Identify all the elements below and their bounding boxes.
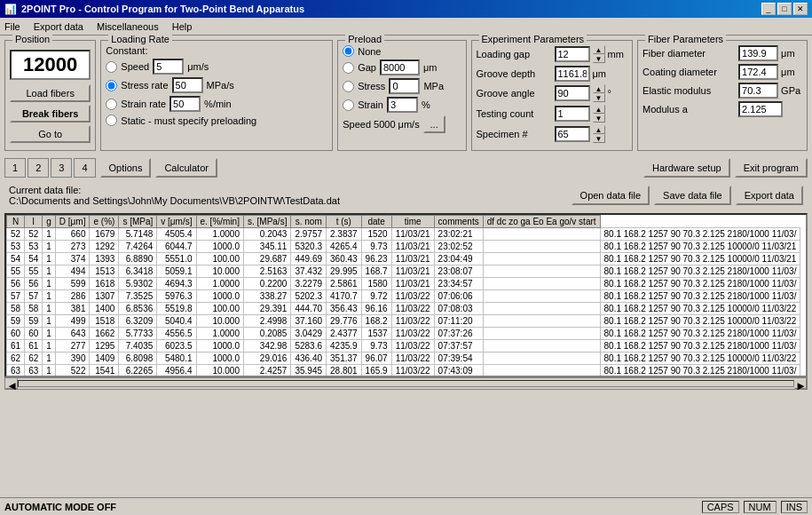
table-cell: 53 — [25, 241, 43, 253]
strain-rate-row: Strain rate %/min — [106, 96, 327, 112]
specimen-num-input[interactable] — [555, 126, 590, 142]
table-row[interactable]: 5555149415136.34185059.110.0002.516337.4… — [7, 265, 800, 278]
tab-1[interactable]: 1 — [4, 158, 26, 178]
scroll-left-btn[interactable]: ◄ — [5, 378, 18, 389]
elastic-modulus-input[interactable] — [738, 83, 778, 99]
table-cell: 444.70 — [291, 303, 327, 315]
minimize-button[interactable]: _ — [761, 3, 776, 15]
preload-stress-radio[interactable] — [343, 81, 354, 92]
testing-count-down[interactable]: ▼ — [593, 114, 605, 123]
break-fibers-button[interactable]: Break fibers — [10, 105, 91, 123]
table-row[interactable]: 6161127712957.40356023.51000.0342.985283… — [7, 340, 800, 353]
none-radio[interactable] — [343, 45, 354, 57]
table-row[interactable]: 5757128613077.35255976.31000.0338.275202… — [7, 290, 800, 303]
preload-strain-input[interactable] — [387, 97, 418, 113]
tab-3[interactable]: 3 — [51, 158, 72, 178]
table-cell: 2.5861 — [327, 278, 362, 290]
preload-stress-input[interactable] — [389, 78, 420, 94]
go-to-button[interactable]: Go to — [10, 125, 91, 143]
table-cell: 4694.3 — [157, 278, 196, 290]
table-cell: 2.5163 — [243, 265, 290, 278]
gap-radio[interactable] — [343, 62, 354, 74]
table-cell: 55 — [7, 265, 25, 278]
speed-radio[interactable] — [106, 61, 117, 73]
speed-row: Speed μm/s — [106, 59, 327, 75]
loading-gap-up[interactable]: ▲ — [593, 45, 605, 54]
groove-angle-unit: ° — [608, 88, 611, 99]
load-fibers-button[interactable]: Load fibers — [10, 84, 91, 102]
maximize-button[interactable]: □ — [777, 3, 792, 15]
coating-diameter-unit: μm — [781, 67, 795, 77]
table-cell: 29.995 — [327, 265, 362, 278]
preload-strain-label: Strain — [358, 99, 383, 110]
groove-angle-input[interactable] — [555, 85, 590, 101]
tab-4[interactable]: 4 — [74, 158, 95, 178]
close-button[interactable]: ✕ — [793, 3, 808, 15]
strain-rate-input[interactable] — [169, 96, 201, 112]
menu-miscellaneous[interactable]: Miscellaneous — [97, 21, 159, 32]
menu-help[interactable]: Help — [172, 21, 193, 32]
export-data-button[interactable]: Export data — [736, 186, 803, 205]
table-cell: 11/03/22 — [391, 365, 434, 376]
table-cell: 11/03/21 — [391, 278, 434, 290]
modulus-a-input[interactable] — [738, 101, 783, 117]
table-row[interactable]: 6060164316625.77334556.51.00000.20853.04… — [7, 328, 800, 340]
table-cell — [483, 290, 600, 303]
open-data-file-button[interactable]: Open data file — [572, 186, 650, 205]
options-button[interactable]: Options — [100, 158, 152, 178]
stress-rate-input[interactable] — [172, 77, 203, 93]
gap-input[interactable] — [380, 59, 420, 75]
table-header: s. [MPa/s] — [243, 216, 290, 228]
table-row[interactable]: 5454137413936.88905551.0100.0029.687449.… — [7, 253, 800, 265]
groove-depth-input[interactable] — [555, 66, 590, 82]
table-row[interactable]: 6363152215416.22654956.410.0002.425735.9… — [7, 365, 800, 376]
menu-export-data[interactable]: Export data — [34, 21, 83, 32]
table-cell: 1 — [43, 290, 56, 303]
gap-label: Gap — [358, 62, 376, 73]
table-cell: 1520 — [361, 228, 391, 241]
fiber-diameter-input[interactable] — [738, 45, 778, 61]
horizontal-scrollbar[interactable]: ◄ ► — [4, 377, 808, 390]
specimen-num-down[interactable]: ▼ — [593, 134, 605, 143]
testing-count-input[interactable] — [555, 106, 590, 122]
specimen-num-up[interactable]: ▲ — [593, 125, 605, 134]
table-cell: 2.4377 — [327, 328, 362, 340]
table-cell: 6044.7 — [157, 241, 196, 253]
preload-speed-btn[interactable]: ... — [423, 115, 445, 133]
table-cell: 07:37:57 — [434, 340, 483, 353]
loading-gap-down[interactable]: ▼ — [593, 54, 605, 63]
table-row[interactable]: 5656159916185.93024694.31.00000.22003.22… — [7, 278, 800, 290]
loading-gap-input[interactable] — [555, 46, 590, 62]
table-cell: 54 — [25, 253, 43, 265]
table-cell: 6.8536 — [119, 303, 157, 315]
table-cell: 57 — [25, 290, 43, 303]
strain-rate-unit: %/min — [204, 99, 232, 109]
stress-rate-radio[interactable] — [106, 80, 117, 91]
calculator-button[interactable]: Calculator — [155, 158, 217, 178]
hardware-setup-button[interactable]: Hardware setup — [643, 158, 730, 178]
strain-rate-label: Strain rate — [121, 99, 166, 109]
groove-angle-label: Groove angle — [477, 88, 552, 99]
strain-rate-radio[interactable] — [106, 99, 117, 110]
table-row[interactable]: 6262139014096.80985480.11000.029.016436.… — [7, 353, 800, 365]
groove-angle-down[interactable]: ▼ — [593, 93, 605, 102]
coating-diameter-input[interactable] — [738, 64, 778, 80]
scroll-right-btn[interactable]: ► — [794, 378, 807, 389]
exit-program-button[interactable]: Exit program — [735, 158, 808, 178]
table-cell: 80.1 168.2 1257 90 70.3 2.125 10000/0 11… — [600, 353, 800, 365]
table-cell: 5480.1 — [157, 353, 196, 365]
static-radio[interactable] — [106, 115, 117, 126]
table-cell: 80.1 168.2 1257 90 70.3 2.125 2180/1000 … — [600, 228, 800, 241]
groove-angle-up[interactable]: ▲ — [593, 84, 605, 93]
tab-2[interactable]: 2 — [28, 158, 49, 178]
speed-input[interactable] — [153, 59, 184, 75]
table-row[interactable]: 5858138114006.85365519.8100.0029.391444.… — [7, 303, 800, 315]
save-data-file-button[interactable]: Save data file — [654, 186, 731, 205]
testing-count-up[interactable]: ▲ — [593, 105, 605, 114]
menu-file[interactable]: File — [4, 21, 20, 32]
table-row[interactable]: 5252166016795.71484505.41.00000.20432.97… — [7, 228, 800, 241]
table-row[interactable]: 5353127312927.42646044.71000.0345.115320… — [7, 241, 800, 253]
loading-gap-label: Loading gap — [477, 49, 552, 59]
preload-strain-radio[interactable] — [343, 99, 354, 111]
table-row[interactable]: 5959149915186.32095040.410.0002.499837.1… — [7, 315, 800, 328]
